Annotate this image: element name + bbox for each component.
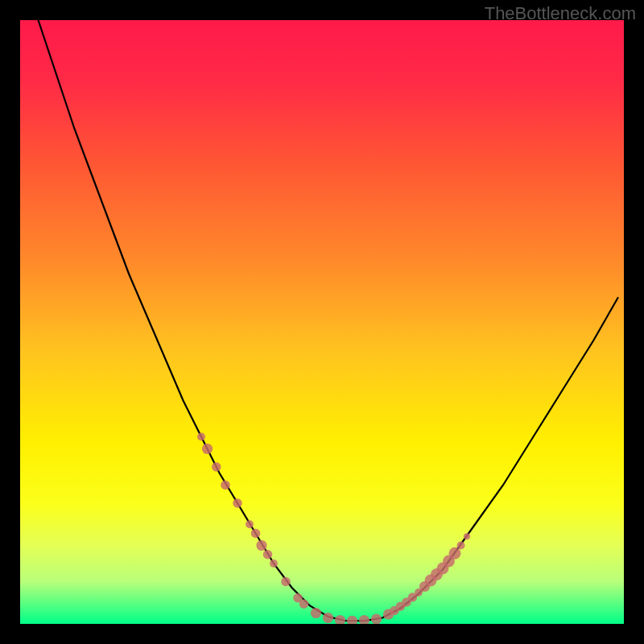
chart-frame: TheBottleneck.com: [0, 0, 644, 644]
marker-dot: [270, 559, 278, 568]
marker-dot: [371, 613, 382, 624]
marker-dot: [256, 540, 266, 551]
marker-dot: [251, 529, 261, 539]
marker-dot: [246, 520, 254, 528]
bottleneck-chart: [20, 20, 624, 624]
marker-dot: [281, 577, 291, 587]
marker-dot: [197, 433, 205, 441]
gradient-background: [20, 20, 624, 624]
marker-dot: [212, 462, 221, 472]
marker-dot: [263, 550, 273, 559]
marker-dot: [457, 542, 465, 550]
marker-dot: [221, 481, 230, 490]
marker-dot: [464, 533, 470, 539]
marker-dot: [311, 608, 321, 618]
marker-dot: [449, 547, 461, 559]
marker-dot: [299, 599, 309, 609]
marker-dot: [233, 498, 242, 508]
marker-dot: [202, 444, 213, 454]
marker-dot: [323, 613, 333, 623]
